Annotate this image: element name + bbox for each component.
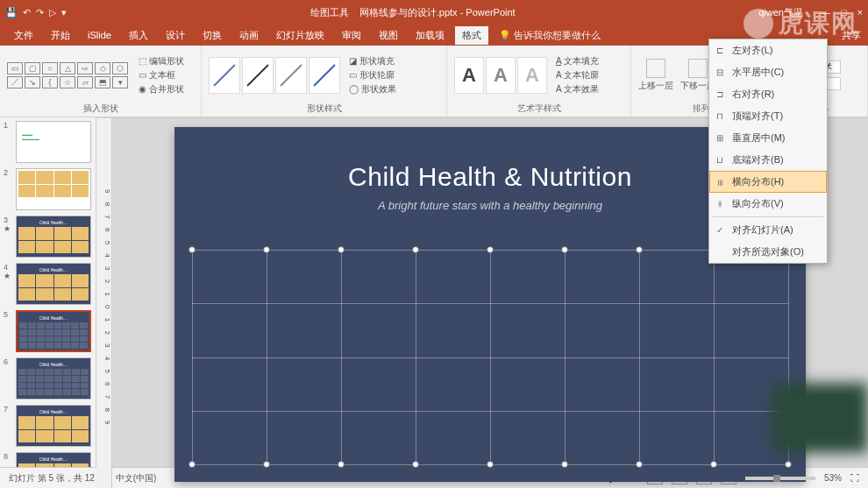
tab-slideshow[interactable]: 幻灯片放映 [269, 26, 331, 45]
merge-shapes-button[interactable]: ◉ 合并形状 [139, 83, 184, 95]
align-right[interactable]: ⊐右对齐(R) [709, 83, 827, 105]
tab-home[interactable]: 开始 [44, 26, 77, 45]
tab-islide[interactable]: iSlide [81, 27, 118, 43]
align-bottom-icon: ⊔ [714, 154, 726, 166]
svg-line-3 [314, 65, 335, 86]
save-icon[interactable]: 💾 [5, 7, 18, 18]
align-center-h-icon: ⊟ [714, 67, 726, 79]
selection-handle[interactable] [189, 246, 196, 253]
dist-v-icon: ⫵ [714, 198, 726, 210]
text-effects-button[interactable]: A 文本效果 [556, 83, 599, 95]
thumb-4[interactable]: Child Health… [16, 263, 91, 305]
overlay-blob [772, 383, 868, 453]
tab-addins[interactable]: 加载项 [409, 26, 452, 45]
redo-icon[interactable]: ↷ [36, 7, 44, 18]
quick-access-toolbar: 💾 ↶ ↷ ▷ ▾ [5, 7, 67, 18]
thumb-7[interactable]: Child Health… [16, 405, 91, 447]
selection-handle[interactable] [338, 461, 345, 468]
text-outline-button[interactable]: A 文本轮廓 [556, 69, 599, 81]
window-controls: — □ × [821, 7, 863, 18]
document-title: 绘图工具 网格线参与的设计.pptx - PowerPoint [67, 6, 758, 19]
align-left[interactable]: ⊏左对齐(L) [709, 39, 827, 61]
align-top-icon: ⊓ [714, 110, 726, 123]
title-bar: 💾 ↶ ↷ ▷ ▾ 绘图工具 网格线参与的设计.pptx - PowerPoin… [0, 0, 868, 25]
tab-format[interactable]: 格式 [455, 26, 488, 45]
svg-line-1 [247, 65, 268, 86]
svg-line-0 [214, 65, 235, 86]
tab-view[interactable]: 视图 [372, 26, 405, 45]
tab-review[interactable]: 审阅 [335, 26, 368, 45]
minimize-icon[interactable]: — [821, 7, 830, 18]
align-dropdown: ⊏左对齐(L) ⊟水平居中(C) ⊐右对齐(R) ⊓顶端对齐(T) ⊞垂直居中(… [708, 39, 828, 264]
tab-transitions[interactable]: 切换 [196, 26, 229, 45]
tab-design[interactable]: 设计 [159, 26, 192, 45]
restore-icon[interactable]: □ [841, 7, 847, 18]
align-center-h[interactable]: ⊟水平居中(C) [709, 61, 827, 83]
selection-handle[interactable] [487, 461, 494, 468]
check-icon: ✓ [714, 224, 726, 237]
tell-me[interactable]: 💡 告诉我你想要做什么 [499, 29, 601, 42]
align-to-slide[interactable]: ✓对齐幻灯片(A) [709, 219, 827, 241]
slide-counter: 幻灯片 第 5 张，共 12 张 [9, 473, 106, 483]
textbox-button[interactable]: ▭ 文本框 [139, 69, 184, 81]
selection-handle[interactable] [636, 246, 643, 253]
wordart-gallery[interactable]: AAA [454, 57, 547, 94]
edit-shape-button[interactable]: ⬚ 编辑形状 [139, 55, 184, 67]
thumb-1[interactable]: ▬▬▬▬▬▬▬▬ [16, 121, 91, 163]
share-button[interactable]: 共享 [842, 29, 861, 42]
shape-fill-button[interactable]: ◪ 形状填充 [349, 55, 396, 67]
shape-effects-button[interactable]: ◯ 形状效果 [349, 83, 396, 95]
thumb-6[interactable]: Child Health… [16, 357, 91, 400]
thumb-5[interactable]: Child Health… [16, 310, 91, 352]
shape-outline-button[interactable]: ▭ 形状轮廓 [349, 69, 396, 81]
vertical-ruler: 9 8 7 6 5 4 3 2 1 0 1 2 3 4 5 6 7 8 9 [96, 118, 112, 488]
thumb-8[interactable]: Child Health… [16, 452, 91, 467]
align-middle-v[interactable]: ⊞垂直居中(M) [709, 127, 827, 149]
thumb-2[interactable] [16, 168, 91, 210]
selection-handle[interactable] [338, 246, 345, 253]
align-top[interactable]: ⊓顶端对齐(T) [709, 105, 827, 127]
tab-file[interactable]: 文件 [7, 26, 40, 45]
selection-handle[interactable] [636, 461, 643, 468]
group-insert-shapes: 插入形状 [7, 101, 194, 115]
selection-handle[interactable] [189, 461, 196, 468]
align-middle-v-icon: ⊞ [714, 132, 726, 145]
align-left-icon: ⊏ [714, 45, 726, 57]
selection-handle[interactable] [412, 246, 419, 253]
shapes-gallery[interactable]: ▭▢○△⇨◇⬡ ／↘{☆▱⬒▾ [7, 62, 130, 88]
group-shape-styles: 形状样式 [209, 101, 439, 115]
align-selected[interactable]: 对齐所选对象(O) [709, 241, 827, 263]
shape-style-gallery[interactable] [209, 57, 340, 94]
undo-icon[interactable]: ↶ [23, 7, 31, 18]
tab-animations[interactable]: 动画 [232, 26, 266, 45]
selection-handle[interactable] [263, 246, 270, 253]
thumb-3[interactable]: Child Health… [16, 216, 91, 258]
svg-line-2 [281, 65, 302, 86]
start-icon[interactable]: ▷ [49, 7, 56, 18]
selection-handle[interactable] [412, 461, 419, 468]
selection-handle[interactable] [263, 461, 270, 468]
distribute-vertical[interactable]: ⫵纵向分布(V) [709, 193, 827, 215]
bring-forward-button[interactable]: 上移一层 [638, 59, 673, 92]
distribute-horizontal[interactable]: ⫼横向分布(H) [709, 171, 827, 193]
slide-thumbnails[interactable]: 1▬▬▬▬▬▬▬▬ 2 3★Child Health… 4★Child Heal… [0, 117, 96, 467]
user-name: qiwen气温 [758, 6, 803, 19]
dist-h-icon: ⫼ [715, 176, 727, 188]
selection-handle[interactable] [487, 246, 494, 253]
align-bottom[interactable]: ⊔底端对齐(B) [709, 149, 827, 171]
selection-handle[interactable] [785, 461, 792, 468]
selection-handle[interactable] [561, 246, 568, 253]
close-icon[interactable]: × [857, 7, 863, 18]
zoom-slider[interactable] [745, 477, 815, 480]
group-wordart: 艺术字样式 [454, 101, 623, 115]
align-right-icon: ⊐ [714, 88, 726, 101]
tab-insert[interactable]: 插入 [122, 26, 155, 45]
text-fill-button[interactable]: A 文本填充 [556, 55, 599, 67]
selection-handle[interactable] [710, 461, 717, 468]
selection-handle[interactable] [561, 461, 568, 468]
grid-shape[interactable] [192, 250, 788, 464]
